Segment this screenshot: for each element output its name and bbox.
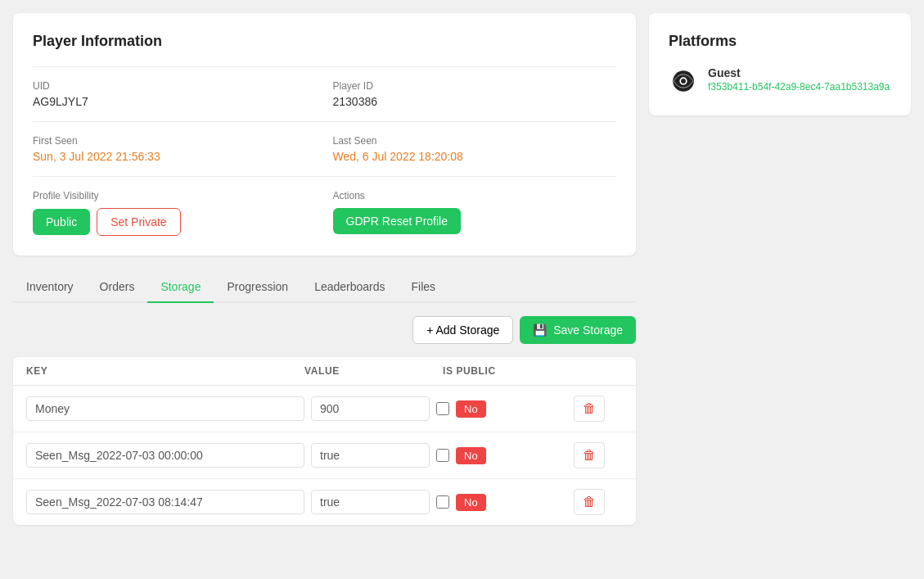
platform-info: Guest f353b411-b54f-42a9-8ec4-7aa1b5313a… [708, 66, 890, 93]
delete-cell-3: 🗑 [574, 489, 623, 515]
key-cell-2 [26, 443, 304, 468]
storage-table: KEY VALUE IS PUBLIC No [13, 357, 636, 525]
value-input-1[interactable] [311, 396, 430, 421]
delete-button-3[interactable]: 🗑 [574, 489, 605, 515]
table-row: No 🗑 [13, 386, 636, 432]
key-cell-1 [26, 396, 304, 421]
no-badge-1: No [456, 400, 486, 418]
value-cell-2 [311, 443, 430, 468]
add-storage-button[interactable]: + Add Storage [412, 316, 513, 344]
table-header: KEY VALUE IS PUBLIC [13, 357, 636, 386]
tabs-section: Inventory Orders Storage Progression Lea… [13, 272, 636, 525]
value-input-3[interactable] [311, 490, 430, 514]
platform-id: f353b411-b54f-42a9-8ec4-7aa1b5313a9a [708, 81, 890, 93]
last-seen-value: Wed, 6 Jul 2022 18:20:08 [333, 150, 617, 163]
tab-orders[interactable]: Orders [87, 272, 148, 303]
is-public-checkbox-1[interactable] [436, 402, 449, 415]
save-storage-label: Save Storage [553, 323, 623, 337]
eye-icon [669, 66, 698, 96]
col-value: VALUE [304, 365, 443, 377]
tab-storage[interactable]: Storage [147, 272, 214, 303]
is-public-cell-2: No [436, 447, 567, 464]
uid-value: AG9LJYL7 [33, 95, 317, 108]
tab-progression[interactable]: Progression [214, 272, 301, 303]
key-cell-3 [26, 490, 304, 514]
tab-inventory[interactable]: Inventory [13, 272, 87, 303]
tabs-bar: Inventory Orders Storage Progression Lea… [13, 272, 636, 303]
key-input-2[interactable] [26, 443, 304, 468]
public-button[interactable]: Public [33, 209, 90, 235]
last-seen-group: Last Seen Wed, 6 Jul 2022 18:20:08 [333, 135, 617, 163]
col-is-public: IS PUBLIC [443, 365, 574, 377]
col-key: KEY [26, 365, 304, 377]
is-public-cell-3: No [436, 494, 567, 511]
delete-button-1[interactable]: 🗑 [574, 396, 605, 422]
is-public-checkbox-2[interactable] [436, 449, 449, 462]
visibility-actions: Public Set Private [33, 208, 317, 236]
no-badge-3: No [456, 494, 486, 511]
save-icon: 💾 [533, 323, 547, 337]
is-public-cell-1: No [436, 400, 567, 418]
first-seen-group: First Seen Sun, 3 Jul 2022 21:56:33 [33, 135, 317, 163]
player-id-value: 2130386 [333, 95, 617, 108]
last-seen-label: Last Seen [333, 135, 617, 147]
tab-files[interactable]: Files [399, 272, 449, 303]
actions-group: Actions GDPR Reset Profile [333, 190, 617, 236]
storage-toolbar: + Add Storage 💾 Save Storage [13, 316, 636, 344]
platform-item: Guest f353b411-b54f-42a9-8ec4-7aa1b5313a… [669, 66, 891, 96]
platforms-title: Platforms [669, 33, 891, 50]
key-input-3[interactable] [26, 490, 304, 514]
visibility-label: Profile Visibility [33, 190, 317, 201]
player-info-title: Player Information [33, 33, 616, 50]
delete-cell-2: 🗑 [574, 442, 623, 468]
value-cell-3 [311, 490, 430, 514]
set-private-button[interactable]: Set Private [97, 208, 180, 236]
player-id-group: Player ID 2130386 [333, 80, 617, 108]
svg-point-2 [681, 79, 686, 84]
no-badge-2: No [456, 447, 486, 464]
actions-label: Actions [333, 190, 617, 201]
first-seen-value: Sun, 3 Jul 2022 21:56:33 [33, 150, 317, 163]
uid-group: UID AG9LJYL7 [33, 80, 317, 108]
platform-name: Guest [708, 66, 890, 79]
table-row: No 🗑 [13, 432, 636, 479]
delete-cell-1: 🗑 [574, 396, 623, 422]
first-seen-label: First Seen [33, 135, 317, 147]
value-input-2[interactable] [311, 443, 430, 468]
platforms-card: Platforms Guest f353b411-b54f-42a9-8ec4-… [649, 13, 911, 115]
delete-button-2[interactable]: 🗑 [574, 442, 605, 468]
player-id-label: Player ID [333, 80, 617, 92]
tab-leaderboards[interactable]: Leaderboards [301, 272, 398, 303]
gdpr-reset-button[interactable]: GDPR Reset Profile [333, 208, 461, 234]
table-row: No 🗑 [13, 479, 636, 525]
uid-label: UID [33, 80, 317, 92]
save-storage-button[interactable]: 💾 Save Storage [520, 316, 636, 344]
value-cell-1 [311, 396, 430, 421]
visibility-group: Profile Visibility Public Set Private [33, 190, 317, 236]
is-public-checkbox-3[interactable] [436, 495, 449, 509]
player-info-card: Player Information UID AG9LJYL7 Player I… [13, 13, 636, 256]
key-input-1[interactable] [26, 396, 304, 421]
